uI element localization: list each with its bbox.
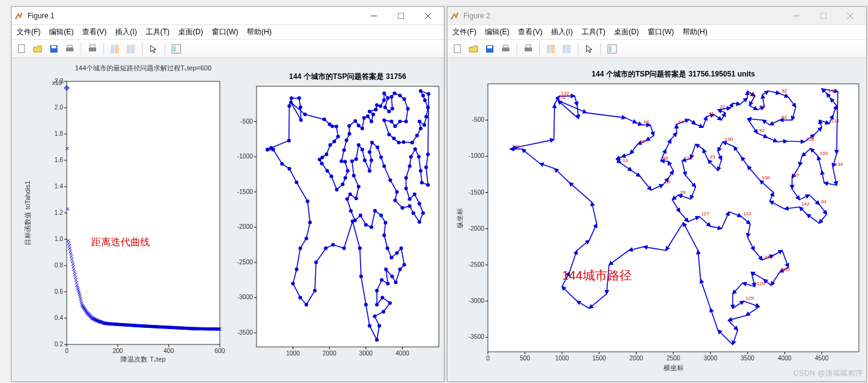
svg-rect-252	[503, 45, 508, 48]
open-icon[interactable]	[31, 42, 45, 56]
print-preview-icon[interactable]	[86, 42, 99, 56]
print-icon[interactable]	[499, 42, 512, 56]
svg-rect-5	[18, 45, 24, 53]
close-button[interactable]	[837, 7, 864, 24]
svg-text:-500: -500	[241, 118, 253, 125]
open-icon[interactable]	[467, 42, 481, 56]
menu-tools[interactable]: 工具(T)	[582, 27, 605, 37]
titlebar[interactable]: Figure 2	[447, 7, 866, 25]
titlebar[interactable]: Figure 1	[12, 7, 444, 25]
separator	[103, 43, 104, 55]
svg-rect-245	[820, 13, 826, 19]
menu-desktop[interactable]: 桌面(D)	[178, 27, 203, 37]
svg-text:目标函数值 toTahdis1: 目标函数值 toTahdis1	[24, 180, 31, 245]
dock-icon[interactable]	[544, 42, 558, 56]
svg-text:1.2: 1.2	[54, 209, 63, 216]
new-icon[interactable]	[15, 42, 29, 56]
svg-text:-2500: -2500	[237, 259, 253, 266]
svg-line-301	[554, 104, 555, 139]
menu-insert[interactable]: 插入(I)	[115, 27, 137, 37]
menu-edit[interactable]: 编辑(E)	[485, 27, 509, 37]
svg-text:144 个城市的TSP问题答案是  31756: 144 个城市的TSP问题答案是 31756	[289, 72, 406, 81]
svg-text:112: 112	[829, 88, 837, 94]
dock2-icon[interactable]	[124, 42, 138, 56]
menubar: 文件(F) 编辑(E) 查看(V) 插入(I) 工具(T) 桌面(D) 窗口(W…	[447, 25, 866, 40]
svg-text:-1500: -1500	[468, 189, 484, 196]
svg-text:75: 75	[749, 92, 755, 98]
svg-text:-1500: -1500	[237, 188, 253, 195]
menu-help[interactable]: 帮助(H)	[683, 27, 708, 37]
pointer-icon[interactable]	[147, 42, 160, 56]
svg-text:0.2: 0.2	[54, 341, 63, 348]
svg-text:2.2: 2.2	[54, 78, 63, 84]
dock-icon[interactable]	[108, 42, 122, 56]
svg-text:29: 29	[680, 190, 686, 195]
svg-text:600: 600	[215, 348, 225, 354]
toolbar	[12, 40, 444, 58]
menu-view[interactable]: 查看(V)	[518, 27, 542, 37]
separator	[142, 43, 143, 55]
svg-text:114: 114	[831, 118, 840, 124]
svg-rect-12	[111, 45, 114, 53]
menu-desktop[interactable]: 桌面(D)	[614, 27, 639, 37]
svg-text:122: 122	[743, 211, 752, 217]
svg-rect-2	[398, 13, 404, 19]
menu-insert[interactable]: 插入(I)	[551, 27, 572, 37]
svg-text:61: 61	[821, 199, 826, 204]
svg-text:-3500: -3500	[468, 333, 484, 340]
menu-window[interactable]: 窗口(W)	[648, 27, 674, 37]
svg-rect-262	[488, 84, 859, 352]
svg-text:19: 19	[623, 158, 628, 163]
svg-rect-17	[173, 46, 176, 52]
menu-view[interactable]: 查看(V)	[82, 27, 107, 37]
svg-text:142: 142	[801, 201, 810, 207]
menu-tools[interactable]: 工具(T)	[146, 27, 170, 37]
new-icon[interactable]	[451, 42, 465, 56]
svg-rect-8	[66, 48, 73, 51]
svg-text:64: 64	[678, 119, 684, 125]
svg-text:135: 135	[684, 155, 692, 161]
print-icon[interactable]	[63, 42, 77, 56]
separator	[517, 43, 517, 55]
svg-text:2000: 2000	[323, 350, 337, 357]
svg-text:400: 400	[163, 348, 174, 354]
svg-rect-250	[487, 46, 492, 48]
svg-text:降温次数 Tₛtep: 降温次数 Tₛtep	[121, 355, 165, 363]
svg-text:144城市路径: 144城市路径	[562, 269, 631, 282]
pointer-icon[interactable]	[583, 42, 596, 56]
colorbar-icon[interactable]	[170, 42, 183, 56]
maximize-button[interactable]	[810, 7, 837, 24]
svg-text:102: 102	[820, 151, 828, 156]
minimize-button[interactable]	[361, 7, 387, 24]
print-preview-icon[interactable]	[522, 42, 535, 56]
svg-text:105: 105	[782, 267, 790, 272]
svg-rect-254	[526, 45, 531, 48]
svg-text:144个城市的最短路径问题求解过程Tₛtep=600: 144个城市的最短路径问题求解过程Tₛtep=600	[75, 64, 211, 72]
dock2-icon[interactable]	[560, 42, 574, 56]
close-button[interactable]	[414, 7, 441, 24]
svg-text:-1000: -1000	[237, 153, 253, 160]
menu-file[interactable]: 文件(F)	[452, 27, 476, 37]
maximize-button[interactable]	[387, 7, 414, 24]
svg-text:2000: 2000	[629, 355, 643, 362]
svg-text:1.0: 1.0	[54, 236, 63, 242]
svg-text:41: 41	[709, 111, 714, 116]
menu-help[interactable]: 帮助(H)	[247, 27, 272, 37]
svg-text:82: 82	[782, 88, 787, 94]
colorbar-icon[interactable]	[605, 42, 619, 56]
svg-rect-7	[51, 46, 56, 48]
watermark: CSDN @顶呱呱程序	[793, 368, 864, 379]
save-icon[interactable]	[483, 42, 496, 56]
svg-line-330	[676, 125, 677, 133]
svg-text:0.4: 0.4	[54, 314, 63, 321]
iteration-chart: 144个城市的最短路径问题求解过程Tₛtep=600x10⁵0.20.40.60…	[19, 62, 227, 368]
save-icon[interactable]	[47, 42, 61, 56]
toolbar	[447, 40, 866, 58]
menu-window[interactable]: 窗口(W)	[212, 27, 238, 37]
svg-rect-11	[90, 45, 95, 48]
svg-rect-256	[551, 45, 555, 53]
menu-edit[interactable]: 编辑(E)	[49, 27, 73, 37]
menu-file[interactable]: 文件(F)	[17, 27, 40, 37]
svg-text:100: 100	[761, 175, 770, 180]
minimize-button[interactable]	[783, 7, 810, 24]
